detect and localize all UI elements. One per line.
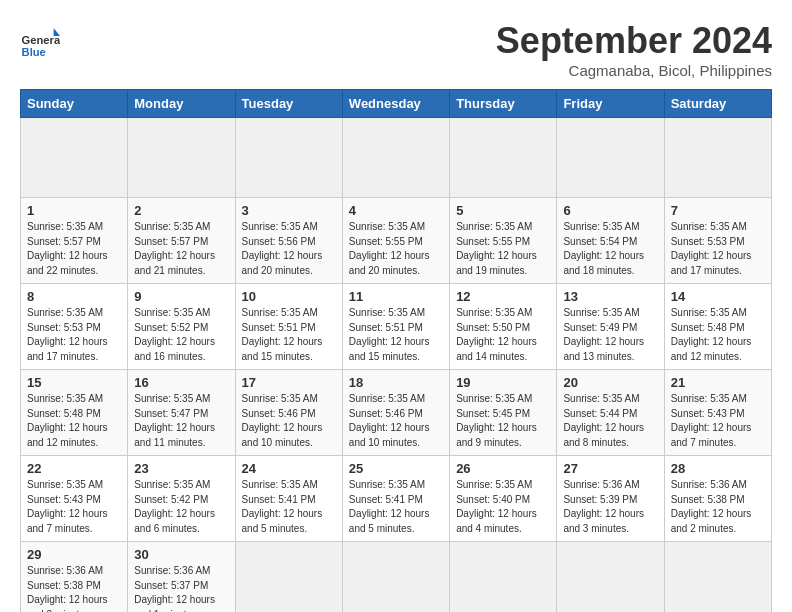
calendar-cell: 25Sunrise: 5:35 AMSunset: 5:41 PMDayligh… <box>342 456 449 542</box>
calendar-cell <box>235 542 342 613</box>
day-number: 12 <box>456 289 550 304</box>
day-info: Sunrise: 5:35 AMSunset: 5:46 PMDaylight:… <box>349 392 443 450</box>
day-number: 16 <box>134 375 228 390</box>
calendar-cell: 18Sunrise: 5:35 AMSunset: 5:46 PMDayligh… <box>342 370 449 456</box>
calendar-cell <box>450 542 557 613</box>
day-info: Sunrise: 5:35 AMSunset: 5:51 PMDaylight:… <box>349 306 443 364</box>
day-number: 18 <box>349 375 443 390</box>
day-info: Sunrise: 5:35 AMSunset: 5:47 PMDaylight:… <box>134 392 228 450</box>
header-monday: Monday <box>128 90 235 118</box>
day-number: 9 <box>134 289 228 304</box>
day-info: Sunrise: 5:36 AMSunset: 5:38 PMDaylight:… <box>27 564 121 612</box>
calendar-week-row: 1Sunrise: 5:35 AMSunset: 5:57 PMDaylight… <box>21 198 772 284</box>
day-number: 23 <box>134 461 228 476</box>
calendar-cell: 24Sunrise: 5:35 AMSunset: 5:41 PMDayligh… <box>235 456 342 542</box>
day-number: 13 <box>563 289 657 304</box>
day-number: 14 <box>671 289 765 304</box>
calendar-week-row: 8Sunrise: 5:35 AMSunset: 5:53 PMDaylight… <box>21 284 772 370</box>
calendar-week-row: 29Sunrise: 5:36 AMSunset: 5:38 PMDayligh… <box>21 542 772 613</box>
day-info: Sunrise: 5:35 AMSunset: 5:55 PMDaylight:… <box>349 220 443 278</box>
day-info: Sunrise: 5:35 AMSunset: 5:51 PMDaylight:… <box>242 306 336 364</box>
calendar-cell: 16Sunrise: 5:35 AMSunset: 5:47 PMDayligh… <box>128 370 235 456</box>
calendar-cell: 13Sunrise: 5:35 AMSunset: 5:49 PMDayligh… <box>557 284 664 370</box>
day-info: Sunrise: 5:35 AMSunset: 5:57 PMDaylight:… <box>134 220 228 278</box>
calendar-cell: 23Sunrise: 5:35 AMSunset: 5:42 PMDayligh… <box>128 456 235 542</box>
day-info: Sunrise: 5:35 AMSunset: 5:56 PMDaylight:… <box>242 220 336 278</box>
day-number: 27 <box>563 461 657 476</box>
calendar-cell: 27Sunrise: 5:36 AMSunset: 5:39 PMDayligh… <box>557 456 664 542</box>
calendar-table: SundayMondayTuesdayWednesdayThursdayFrid… <box>20 89 772 612</box>
day-info: Sunrise: 5:35 AMSunset: 5:49 PMDaylight:… <box>563 306 657 364</box>
day-number: 15 <box>27 375 121 390</box>
day-number: 4 <box>349 203 443 218</box>
day-info: Sunrise: 5:35 AMSunset: 5:57 PMDaylight:… <box>27 220 121 278</box>
day-number: 11 <box>349 289 443 304</box>
calendar-week-row: 22Sunrise: 5:35 AMSunset: 5:43 PMDayligh… <box>21 456 772 542</box>
day-info: Sunrise: 5:35 AMSunset: 5:48 PMDaylight:… <box>27 392 121 450</box>
day-number: 5 <box>456 203 550 218</box>
day-number: 24 <box>242 461 336 476</box>
calendar-cell <box>450 118 557 198</box>
day-info: Sunrise: 5:35 AMSunset: 5:54 PMDaylight:… <box>563 220 657 278</box>
calendar-cell: 7Sunrise: 5:35 AMSunset: 5:53 PMDaylight… <box>664 198 771 284</box>
day-number: 26 <box>456 461 550 476</box>
day-number: 6 <box>563 203 657 218</box>
day-info: Sunrise: 5:35 AMSunset: 5:41 PMDaylight:… <box>242 478 336 536</box>
calendar-cell: 28Sunrise: 5:36 AMSunset: 5:38 PMDayligh… <box>664 456 771 542</box>
header-saturday: Saturday <box>664 90 771 118</box>
day-number: 21 <box>671 375 765 390</box>
calendar-cell: 29Sunrise: 5:36 AMSunset: 5:38 PMDayligh… <box>21 542 128 613</box>
header: General Blue September 2024 Cagmanaba, B… <box>20 20 772 79</box>
day-info: Sunrise: 5:35 AMSunset: 5:41 PMDaylight:… <box>349 478 443 536</box>
day-number: 3 <box>242 203 336 218</box>
day-info: Sunrise: 5:35 AMSunset: 5:42 PMDaylight:… <box>134 478 228 536</box>
day-info: Sunrise: 5:36 AMSunset: 5:37 PMDaylight:… <box>134 564 228 612</box>
calendar-cell <box>128 118 235 198</box>
day-info: Sunrise: 5:36 AMSunset: 5:39 PMDaylight:… <box>563 478 657 536</box>
day-info: Sunrise: 5:36 AMSunset: 5:38 PMDaylight:… <box>671 478 765 536</box>
calendar-cell <box>235 118 342 198</box>
day-info: Sunrise: 5:35 AMSunset: 5:46 PMDaylight:… <box>242 392 336 450</box>
calendar-cell <box>21 118 128 198</box>
day-number: 30 <box>134 547 228 562</box>
calendar-cell: 26Sunrise: 5:35 AMSunset: 5:40 PMDayligh… <box>450 456 557 542</box>
logo: General Blue <box>20 20 64 60</box>
header-wednesday: Wednesday <box>342 90 449 118</box>
logo-icon: General Blue <box>20 20 60 60</box>
header-friday: Friday <box>557 90 664 118</box>
header-tuesday: Tuesday <box>235 90 342 118</box>
calendar-cell <box>557 118 664 198</box>
calendar-cell: 8Sunrise: 5:35 AMSunset: 5:53 PMDaylight… <box>21 284 128 370</box>
day-info: Sunrise: 5:35 AMSunset: 5:50 PMDaylight:… <box>456 306 550 364</box>
day-number: 7 <box>671 203 765 218</box>
calendar-cell: 11Sunrise: 5:35 AMSunset: 5:51 PMDayligh… <box>342 284 449 370</box>
calendar-week-row <box>21 118 772 198</box>
day-info: Sunrise: 5:35 AMSunset: 5:55 PMDaylight:… <box>456 220 550 278</box>
calendar-cell: 3Sunrise: 5:35 AMSunset: 5:56 PMDaylight… <box>235 198 342 284</box>
calendar-cell: 10Sunrise: 5:35 AMSunset: 5:51 PMDayligh… <box>235 284 342 370</box>
calendar-cell <box>342 118 449 198</box>
calendar-cell: 4Sunrise: 5:35 AMSunset: 5:55 PMDaylight… <box>342 198 449 284</box>
calendar-cell: 6Sunrise: 5:35 AMSunset: 5:54 PMDaylight… <box>557 198 664 284</box>
calendar-cell: 15Sunrise: 5:35 AMSunset: 5:48 PMDayligh… <box>21 370 128 456</box>
day-number: 19 <box>456 375 550 390</box>
day-info: Sunrise: 5:35 AMSunset: 5:45 PMDaylight:… <box>456 392 550 450</box>
header-thursday: Thursday <box>450 90 557 118</box>
day-info: Sunrise: 5:35 AMSunset: 5:52 PMDaylight:… <box>134 306 228 364</box>
calendar-cell: 17Sunrise: 5:35 AMSunset: 5:46 PMDayligh… <box>235 370 342 456</box>
calendar-cell: 5Sunrise: 5:35 AMSunset: 5:55 PMDaylight… <box>450 198 557 284</box>
calendar-cell: 21Sunrise: 5:35 AMSunset: 5:43 PMDayligh… <box>664 370 771 456</box>
calendar-cell <box>664 118 771 198</box>
day-number: 22 <box>27 461 121 476</box>
day-info: Sunrise: 5:35 AMSunset: 5:48 PMDaylight:… <box>671 306 765 364</box>
day-number: 2 <box>134 203 228 218</box>
title-area: September 2024 Cagmanaba, Bicol, Philipp… <box>496 20 772 79</box>
calendar-cell <box>664 542 771 613</box>
calendar-cell: 2Sunrise: 5:35 AMSunset: 5:57 PMDaylight… <box>128 198 235 284</box>
calendar-cell: 9Sunrise: 5:35 AMSunset: 5:52 PMDaylight… <box>128 284 235 370</box>
day-number: 1 <box>27 203 121 218</box>
calendar-cell: 20Sunrise: 5:35 AMSunset: 5:44 PMDayligh… <box>557 370 664 456</box>
location: Cagmanaba, Bicol, Philippines <box>496 62 772 79</box>
day-number: 10 <box>242 289 336 304</box>
day-info: Sunrise: 5:35 AMSunset: 5:43 PMDaylight:… <box>27 478 121 536</box>
